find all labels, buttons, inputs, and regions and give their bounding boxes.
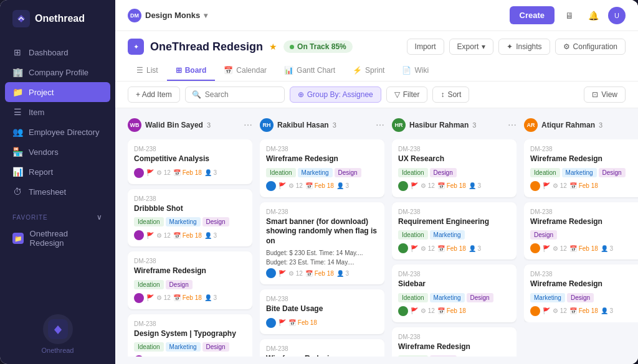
card-date: 📅 Feb 18 — [173, 294, 202, 301]
task-card[interactable]: DM-238 Wireframe Redesign Marketing 🚩 — [260, 339, 384, 357]
task-card[interactable]: DM-238 Bite Date Usage 🚩 📅 Feb 18 — [260, 289, 384, 334]
tag-ideation: Ideation — [134, 342, 164, 352]
card-title: Competitive Analysis — [134, 154, 246, 164]
sidebar-bottom: Onethread — [0, 304, 115, 364]
star-icon[interactable]: ★ — [269, 42, 277, 52]
create-button[interactable]: Create — [510, 6, 555, 24]
tag-marketing: Marketing — [562, 168, 597, 177]
favorite-section: FAVORITE ∨ — [0, 207, 115, 224]
sidebar-item-item[interactable]: ☰ Item — [0, 102, 115, 122]
sidebar-item-timesheet[interactable]: ⏱ Timesheet — [0, 182, 115, 202]
col-avatar: WB — [128, 118, 141, 132]
search-box[interactable]: 🔍 — [185, 86, 285, 103]
task-card[interactable]: DM-238 Sidebar IdeationMarketingDesign 🚩… — [392, 264, 517, 322]
tab-board[interactable]: ⊞ Board — [167, 61, 216, 81]
tag-marketing: Marketing — [166, 342, 201, 352]
add-item-button[interactable]: + Add Item — [128, 86, 180, 103]
view-button[interactable]: ⊡ View — [584, 86, 626, 103]
card-count: 👤 3 — [469, 182, 481, 189]
card-meta: ⚙ 12 — [421, 307, 435, 314]
task-card[interactable]: DM-238 Wireframe Redesign MarketingDesig… — [524, 264, 638, 322]
task-card[interactable]: DM-238 Wireframe Redesign IdeationDesign… — [128, 251, 252, 309]
notification-icon[interactable]: 🔔 — [584, 7, 602, 24]
card-tags: IdeationMarketingDesign — [398, 293, 510, 302]
task-card[interactable]: DM-238 Competitive Analysis 🚩 ⚙ 12 📅 Feb… — [128, 139, 252, 184]
card-date: 📅 Feb 18 — [437, 245, 466, 252]
task-card[interactable]: DM-238 Requirement Engineering IdeationM… — [392, 202, 517, 260]
card-id: DM-238 — [266, 345, 378, 352]
card-footer: 🚩 ⚙ 12 📅 Feb 18 👤 3 — [266, 268, 378, 278]
card-title: Wireframe Redesign — [398, 342, 510, 352]
search-input[interactable] — [205, 90, 278, 99]
board-icon: ⊞ — [176, 66, 182, 75]
company-icon: 🏢 — [12, 67, 22, 77]
task-card[interactable]: DM-238 Wireframe Redesign IdeationMarket… — [524, 139, 638, 197]
task-card[interactable]: DM-238 Wireframe Redesign IdeationDesign — [392, 327, 517, 357]
sidebar-item-report[interactable]: 📊 Report — [0, 162, 115, 182]
import-button[interactable]: Import — [407, 39, 444, 55]
card-title: Wireframe Redesign — [266, 154, 378, 164]
export-button[interactable]: Export ▾ — [449, 39, 494, 55]
sidebar-item-project[interactable]: 📁 Project — [5, 82, 110, 102]
project-icon: ✦ — [128, 39, 144, 55]
tabs: ☰ List ⊞ Board 📅 Calendar 📊 Gantt Chart … — [128, 61, 626, 81]
task-card[interactable]: DM-238 Design System | Typography Ideati… — [128, 314, 252, 357]
column-header: RH Rakibul Hasan 3 ⋯ — [260, 116, 384, 134]
chevron-down-icon[interactable]: ∨ — [97, 213, 103, 222]
col-menu-icon[interactable]: ⋯ — [508, 120, 517, 130]
tab-gantt[interactable]: 📊 Gantt Chart — [275, 61, 344, 81]
card-count: 👤 3 — [204, 232, 217, 239]
column-header: AR Atiqur Rahman 3 ⋯ — [524, 116, 638, 134]
task-card[interactable]: DM-238 Smart banner (for download) showi… — [260, 202, 384, 285]
vendors-icon: 🏪 — [12, 147, 22, 157]
tag-design: Design — [335, 168, 361, 177]
card-meta: ⚙ 12 — [156, 294, 171, 301]
item-icon: ☰ — [12, 107, 22, 117]
card-count: 👤 3 — [336, 270, 349, 277]
timesheet-icon: ⏱ — [12, 187, 22, 197]
col-menu-icon[interactable]: ⋯ — [376, 120, 384, 130]
insights-button[interactable]: ✦ Insights — [498, 39, 550, 55]
task-card[interactable]: DM-238 Wireframe Redesign IdeationMarket… — [260, 139, 384, 197]
configuration-button[interactable]: ⚙ Configuration — [555, 39, 626, 55]
tab-sprint[interactable]: ⚡ Sprint — [344, 61, 393, 81]
card-tags: IdeationMarketingDesign — [530, 168, 638, 177]
app-container: Onethread ⊞ Dashboard 🏢 Company Profile … — [0, 0, 638, 364]
header-right: Create 🖥 🔔 U — [510, 6, 626, 24]
card-title: Requirement Engineering — [398, 217, 510, 227]
workspace-chevron-icon: ▾ — [204, 11, 207, 20]
card-meta: ⚙ 12 — [156, 169, 171, 176]
card-footer: 🚩 ⚙ 12 📅 Feb 18 👤 3 — [134, 168, 246, 178]
flag-icon: 🚩 — [279, 319, 286, 326]
col-menu-icon[interactable]: ⋯ — [244, 120, 252, 130]
group-by-button[interactable]: ⊕ Group By: Assignee — [290, 86, 381, 103]
sidebar-item-company-profile[interactable]: 🏢 Company Profile — [0, 62, 115, 82]
card-id: DM-238 — [134, 258, 246, 264]
tag-design: Design — [467, 293, 493, 302]
col-count: 3 — [207, 121, 211, 129]
tab-list[interactable]: ☰ List — [128, 61, 167, 81]
filter-button[interactable]: ▽ Filter — [386, 86, 428, 103]
workspace-name: Design Monks — [145, 11, 200, 20]
sort-button[interactable]: ↕ Sort — [432, 86, 469, 103]
col-title: Hasibur Rahman — [409, 121, 469, 129]
col-title: Walid Bin Sayed — [145, 121, 203, 129]
monitor-icon[interactable]: 🖥 — [561, 7, 578, 24]
sidebar: Onethread ⊞ Dashboard 🏢 Company Profile … — [0, 0, 115, 364]
sort-icon: ↕ — [440, 90, 444, 99]
sidebar-item-employee[interactable]: 👥 Employee Directory — [0, 122, 115, 142]
task-card[interactable]: DM-238 UX Research IdeationDesign 🚩 ⚙ 12… — [392, 139, 517, 197]
workspace-selector[interactable]: DM Design Monks ▾ — [128, 9, 207, 22]
flag-icon: 🚩 — [146, 232, 154, 239]
favorite-onethread-redesign[interactable]: 📁 Onethread Redesign — [0, 224, 115, 253]
user-avatar[interactable]: U — [608, 7, 626, 24]
tag-design: Design — [430, 355, 457, 357]
card-budget: Budget: $ 230 Est. Time: 14 May.... — [266, 250, 378, 256]
employee-icon: 👥 — [12, 127, 22, 137]
sidebar-item-dashboard[interactable]: ⊞ Dashboard — [0, 42, 115, 62]
tab-wiki[interactable]: 📄 Wiki — [393, 61, 437, 81]
sidebar-item-vendors[interactable]: 🏪 Vendors — [0, 142, 115, 162]
task-card[interactable]: DM-238 Dribbble Shot IdeationMarketingDe… — [128, 189, 252, 247]
tab-calendar[interactable]: 📅 Calendar — [215, 61, 275, 81]
task-card[interactable]: DM-238 Wireframe Redesign Design 🚩 ⚙ 12 … — [524, 202, 638, 260]
